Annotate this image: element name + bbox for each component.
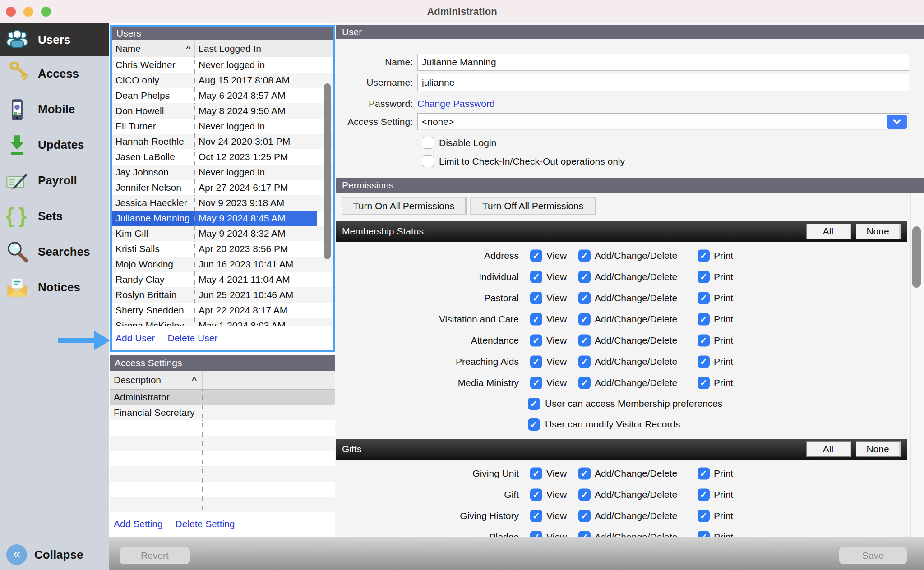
checkbox-view[interactable]: ✓ [530, 292, 542, 304]
access-setting-row[interactable]: Financial Secretary [110, 405, 335, 420]
user-row[interactable]: Mojo WorkingJun 16 2023 10:41 AM [112, 257, 333, 272]
user-row[interactable]: Kristi SallsApr 20 2023 8:56 PM [112, 241, 333, 257]
none-button[interactable]: None [856, 441, 901, 457]
user-row[interactable]: Jessica HaecklerNov 9 2023 9:18 AM [112, 195, 333, 211]
sidebar-item-sets[interactable]: {}Sets [0, 198, 109, 234]
sidebar-item-access[interactable]: Access [0, 56, 109, 92]
access-setting-row[interactable]: Administrator [110, 390, 335, 405]
checkbox-label: Add/Change/Delete [595, 314, 677, 325]
checkbox-label: Print [714, 510, 733, 521]
collapse-button[interactable]: « Collapse [0, 539, 109, 570]
checkbox-view[interactable]: ✓ [530, 488, 542, 501]
user-last-logged-in-cell: Apr 27 2024 6:17 PM [195, 180, 317, 195]
access-settings-actions: Add Setting Delete Setting [114, 515, 235, 533]
checkbox-add-change-delete[interactable]: ✓ [578, 249, 591, 262]
checkbox-view[interactable]: ✓ [530, 313, 542, 325]
user-row[interactable]: Dean PhelpsMay 6 2024 8:57 AM [112, 88, 333, 103]
checkbox-print[interactable]: ✓ [698, 531, 710, 537]
sidebar-item-mobile[interactable]: Mobile [0, 92, 109, 127]
change-password-link[interactable]: Change Password [417, 98, 495, 109]
sidebar-item-searches[interactable]: Searches [0, 234, 109, 270]
checkbox-view[interactable]: ✓ [530, 271, 542, 283]
checkbox-add-change-delete[interactable]: ✓ [578, 292, 591, 304]
checkbox-print[interactable]: ✓ [698, 292, 710, 304]
checkbox-add-change-delete[interactable]: ✓ [578, 313, 591, 325]
user-row[interactable]: Julianne ManningMay 9 2024 8:45 AM [112, 211, 333, 226]
checkbox-add-change-delete[interactable]: ✓ [578, 355, 591, 368]
access-settings-table-body: AdministratorFinancial Secretary [110, 390, 335, 512]
checkbox-add-change-delete[interactable]: ✓ [578, 377, 591, 389]
user-row[interactable]: Jasen LaBolleOct 12 2023 1:25 PM [112, 149, 333, 165]
sidebar-item-notices[interactable]: Notices [0, 270, 109, 305]
user-row[interactable]: Jay JohnsonNever logged in [112, 165, 333, 180]
checkbox-add-change-delete[interactable]: ✓ [578, 510, 591, 522]
checkbox-label: Print [714, 271, 733, 282]
add-setting-link[interactable]: Add Setting [114, 519, 163, 529]
checkbox-view[interactable]: ✓ [530, 334, 542, 346]
sidebar-item-updates[interactable]: Updates [0, 127, 109, 163]
user-row[interactable]: Sherry SneddenApr 22 2024 8:17 AM [112, 303, 333, 318]
users-column-name[interactable]: Name ^ [112, 40, 195, 57]
users-column-last-logged-in[interactable]: Last Logged In [195, 40, 317, 57]
turn-off-all-permissions-button[interactable]: Turn Off All Permissions [470, 197, 596, 215]
checkbox-add-change-delete[interactable]: ✓ [578, 334, 591, 346]
disable-login-label: Disable Login [439, 138, 496, 148]
checkbox-print[interactable]: ✓ [698, 510, 710, 522]
checkbox-print[interactable]: ✓ [698, 334, 710, 346]
user-row[interactable]: Randy ClayMay 4 2021 11:04 AM [112, 272, 333, 287]
turn-on-all-permissions-button[interactable]: Turn On All Permissions [342, 197, 467, 215]
extra-permission-checkbox[interactable]: ✓ [528, 398, 540, 410]
checkbox-print[interactable]: ✓ [698, 467, 710, 479]
checkbox-print[interactable]: ✓ [698, 313, 710, 325]
sidebar-item-payroll[interactable]: Payroll [0, 163, 109, 198]
checkbox-print[interactable]: ✓ [698, 377, 710, 389]
all-button[interactable]: All [806, 441, 851, 457]
checkbox-print[interactable]: ✓ [698, 355, 710, 368]
user-row[interactable]: Jennifer NelsonApr 27 2024 6:17 PM [112, 180, 333, 195]
extra-permission-checkbox[interactable]: ✓ [528, 418, 540, 431]
access-setting-row [110, 420, 335, 436]
checkbox-add-change-delete[interactable]: ✓ [578, 488, 591, 501]
checkbox-print[interactable]: ✓ [698, 249, 710, 262]
user-row[interactable]: Roslyn BrittainJun 25 2021 10:46 AM [112, 287, 333, 303]
limit-cico-checkbox[interactable] [422, 155, 434, 167]
save-button[interactable]: Save [839, 547, 907, 564]
right-scrollbar-thumb[interactable] [912, 226, 921, 288]
user-last-logged-in-cell: Never logged in [195, 119, 317, 134]
username-input[interactable] [417, 74, 909, 91]
user-row[interactable]: Sirena McKinleyMay 1 2024 8:03 AM [112, 318, 333, 326]
add-user-link[interactable]: Add User [116, 333, 155, 344]
revert-button[interactable]: Revert [120, 547, 190, 564]
user-row[interactable]: Hannah RoethleNov 24 2020 3:01 PM [112, 134, 333, 149]
checkbox-label: View [546, 250, 567, 261]
users-scrollbar-thumb[interactable] [324, 83, 331, 259]
user-row[interactable]: Don HowellMay 8 2024 9:50 AM [112, 103, 333, 119]
user-row[interactable]: Chris WeidnerNever logged in [112, 57, 333, 73]
access-settings-title: Access Settings [115, 358, 182, 368]
none-button[interactable]: None [856, 224, 901, 239]
delete-setting-link[interactable]: Delete Setting [176, 519, 235, 529]
user-row[interactable]: Kim GillMay 9 2024 8:32 AM [112, 226, 333, 241]
access-column-description[interactable]: Description ^ [110, 371, 203, 389]
checkbox-view[interactable]: ✓ [530, 467, 542, 479]
delete-user-link[interactable]: Delete User [168, 333, 218, 344]
name-input[interactable] [417, 54, 909, 71]
checkbox-view[interactable]: ✓ [530, 531, 542, 537]
checkbox-view[interactable]: ✓ [530, 510, 542, 522]
checkbox-add-change-delete[interactable]: ✓ [578, 531, 591, 537]
user-last-logged-in-cell: May 4 2021 11:04 AM [195, 272, 317, 287]
user-row[interactable]: CICO onlyAug 15 2017 8:08 AM [112, 73, 333, 88]
checkbox-print[interactable]: ✓ [698, 488, 710, 501]
user-row[interactable]: Eli TurnerNever logged in [112, 119, 333, 134]
checkbox-view[interactable]: ✓ [530, 377, 542, 389]
checkbox-add-change-delete[interactable]: ✓ [578, 271, 591, 283]
checkbox-print[interactable]: ✓ [698, 271, 710, 283]
checkbox-view[interactable]: ✓ [530, 249, 542, 262]
checkbox-add-change-delete[interactable]: ✓ [578, 467, 591, 479]
disable-login-checkbox[interactable] [422, 137, 434, 149]
user-last-logged-in-cell: May 9 2024 8:45 AM [195, 211, 317, 226]
access-setting-dropdown[interactable]: <none> [417, 113, 909, 130]
sidebar-item-users[interactable]: Users [0, 23, 109, 56]
checkbox-view[interactable]: ✓ [530, 355, 542, 368]
all-button[interactable]: All [806, 224, 851, 239]
